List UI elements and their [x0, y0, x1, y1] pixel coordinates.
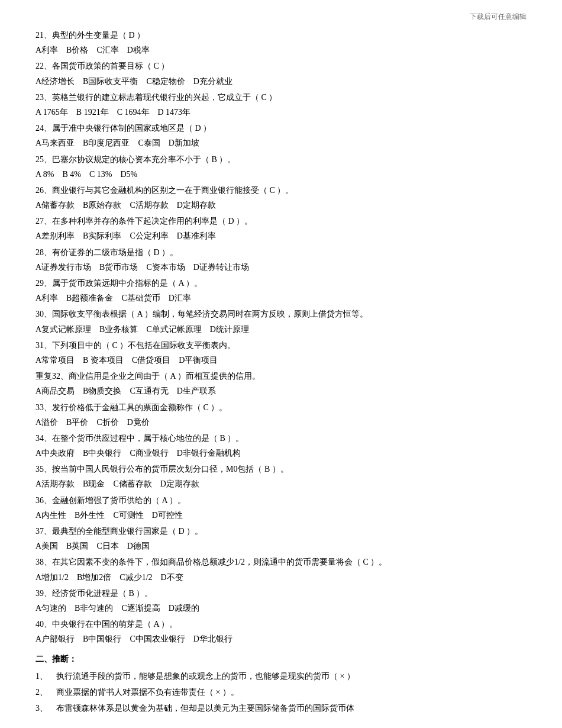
options-line: A常常项目 B 资本项目 C借贷项目 D平衡项目 — [35, 353, 527, 368]
options-line: A商品交易 B物质交换 C互通有无 D生产联系 — [35, 384, 527, 398]
options-line: A溢价 B平价 C折价 D竟价 — [35, 415, 527, 430]
options-line: A匀速的 B非匀速的 C逐渐提高 D减缓的 — [35, 601, 527, 616]
question-line: 36、金融创新增强了货币供给的（ A ）。 — [35, 493, 527, 508]
options-line: A美国 B英国 C日本 D德国 — [35, 539, 527, 553]
question-block: 31、下列项目中的（ C ）不包括在国际收支平衡表内。A常常项目 B 资本项目 … — [35, 338, 527, 368]
judgment-line: 3、 布雷顿森林体系是以黄金为基础，但却是以美元为主要国际储备货币的国际货币体 — [35, 701, 527, 716]
options-line: A利率 B价格 C汇率 D税率 — [35, 43, 527, 57]
question-block: 35、按当前中国人民银行公布的货币层次划分口径，M0包括（ B ）。A活期存款 … — [35, 462, 527, 491]
judgment-block: 2、 商业票据的背书人对票据不负有连带责任（ × ）。 — [35, 685, 527, 700]
question-line: 28、有价证券的二级市场是指（ D ）。 — [35, 245, 527, 260]
options-line: A马来西亚 B印度尼西亚 C泰国 D新加坡 — [35, 136, 527, 150]
questions-container: 21、典型的外生变量是（ D ）A利率 B价格 C汇率 D税率22、各国货币政策… — [35, 28, 527, 647]
options-line: A储蓄存款 B原始存款 C活期存款 D定期存款 — [35, 198, 527, 212]
question-block: 33、发行价格低于金融工具的票面金额称作（ C ）。A溢价 B平价 C折价 D竟… — [35, 400, 527, 430]
question-line: 23、英格兰银行的建立标志着现代银行业的兴起，它成立于（ C ） — [35, 90, 527, 105]
question-line: 27、在多种利率并存的条件下起决定作用的利率是（ D ）。 — [35, 214, 527, 228]
question-block: 26、商业银行与其它金融机构的区别之一在于商业银行能接受（ C ）。A储蓄存款 … — [35, 183, 527, 212]
question-block: 21、典型的外生变量是（ D ）A利率 B价格 C汇率 D税率 — [35, 28, 527, 57]
judgment-line: 2、 商业票据的背书人对票据不负有连带责任（ × ）。 — [35, 685, 527, 700]
question-line: 24、属于准中央银行体制的国家或地区是（ D ） — [35, 121, 527, 136]
watermark-text: 下载后可任意编辑 — [35, 12, 527, 22]
question-line: 33、发行价格低于金融工具的票面金额称作（ C ）。 — [35, 400, 527, 415]
question-block: 24、属于准中央银行体制的国家或地区是（ D ）A马来西亚 B印度尼西亚 C泰国… — [35, 121, 527, 150]
question-line: 26、商业银行与其它金融机构的区别之一在于商业银行能接受（ C ）。 — [35, 183, 527, 198]
judgment-line: 1、 执行流通手段的货币，能够是想象的或观念上的货币，也能够是现实的货币（ × … — [35, 669, 527, 684]
options-line: A经济增长 B国际收支平衡 C稳定物价 D充分就业 — [35, 74, 527, 89]
question-block: 40、中央银行在中国的萌芽是（ A ）。A户部银行 B中国银行 C中国农业银行 … — [35, 617, 527, 646]
question-block: 38、在其它因素不变的条件下，假如商品价格总额减少1/2，则流通中的货币需要量将… — [35, 555, 527, 584]
judgments-container: 1、 执行流通手段的货币，能够是想象的或观念上的货币，也能够是现实的货币（ × … — [35, 669, 527, 716]
question-line: 39、经济货币化进程是（ B ）。 — [35, 586, 527, 601]
section-two-title: 二、推断： — [35, 652, 527, 666]
question-line: 重复32、商业信用是企业之间由于（ A ）而相互提供的信用。 — [35, 369, 527, 384]
question-line: 38、在其它因素不变的条件下，假如商品价格总额减少1/2，则流通中的货币需要量将… — [35, 555, 527, 569]
options-line: A户部银行 B中国银行 C中国农业银行 D华北银行 — [35, 632, 527, 646]
judgment-block: 1、 执行流通手段的货币，能够是想象的或观念上的货币，也能够是现实的货币（ × … — [35, 669, 527, 684]
options-line: A 8% B 4% C 13% D5% — [35, 167, 527, 182]
question-block: 27、在多种利率并存的条件下起决定作用的利率是（ D ）。A差别利率 B实际利率… — [35, 214, 527, 243]
content-area: 21、典型的外生变量是（ D ）A利率 B价格 C汇率 D税率22、各国货币政策… — [35, 28, 527, 716]
options-line: A差别利率 B实际利率 C公定利率 D基准利率 — [35, 228, 527, 243]
question-line: 30、国际收支平衡表根据（ A ）编制，每笔经济交易同时在两方反映，原则上借贷方… — [35, 307, 527, 321]
question-block: 28、有价证券的二级市场是指（ D ）。A证券发行市场 B货币市场 C资本市场 … — [35, 245, 527, 275]
question-line: 21、典型的外生变量是（ D ） — [35, 28, 527, 43]
options-line: A内生性 B外生性 C可测性 D可控性 — [35, 508, 527, 523]
question-line: 25、巴塞尔协议规定的核心资本充分率不小于（ B ）。 — [35, 152, 527, 167]
options-line: A 1765年 B 1921年 C 1694年 D 1473年 — [35, 105, 527, 120]
question-block: 34、在整个货币供应过程中，属于核心地位的是（ B ）。A中央政府 B中央银行 … — [35, 431, 527, 460]
options-line: A增加1/2 B增加2倍 C减少1/2 D不变 — [35, 570, 527, 585]
question-block: 22、各国货币政策的首要目标（ C ）A经济增长 B国际收支平衡 C稳定物价 D… — [35, 59, 527, 88]
question-line: 31、下列项目中的（ C ）不包括在国际收支平衡表内。 — [35, 338, 527, 353]
question-line: 29、属于货币政策远期中介指标的是（ A ）。 — [35, 276, 527, 291]
options-line: A利率 B超额准备金 C基础货币 D汇率 — [35, 291, 527, 305]
options-line: A复式记帐原理 B业务核算 C单式记帐原理 D统计原理 — [35, 322, 527, 337]
question-block: 39、经济货币化进程是（ B ）。A匀速的 B非匀速的 C逐渐提高 D减缓的 — [35, 586, 527, 616]
question-line: 35、按当前中国人民银行公布的货币层次划分口径，M0包括（ B ）。 — [35, 462, 527, 476]
options-line: A证券发行市场 B货币市场 C资本市场 D证券转让市场 — [35, 260, 527, 275]
question-line: 37、最典型的全能型商业银行国家是（ D ）。 — [35, 524, 527, 539]
question-line: 22、各国货币政策的首要目标（ C ） — [35, 59, 527, 73]
question-block: 重复32、商业信用是企业之间由于（ A ）而相互提供的信用。A商品交易 B物质交… — [35, 369, 527, 398]
question-block: 37、最典型的全能型商业银行国家是（ D ）。A美国 B英国 C日本 D德国 — [35, 524, 527, 553]
question-block: 25、巴塞尔协议规定的核心资本充分率不小于（ B ）。A 8% B 4% C 1… — [35, 152, 527, 182]
options-line: A活期存款 B现金 C储蓄存款 D定期存款 — [35, 476, 527, 491]
options-line: A中央政府 B中央银行 C商业银行 D非银行金融机构 — [35, 446, 527, 460]
question-line: 34、在整个货币供应过程中，属于核心地位的是（ B ）。 — [35, 431, 527, 446]
question-block: 36、金融创新增强了货币供给的（ A ）。A内生性 B外生性 C可测性 D可控性 — [35, 493, 527, 523]
question-line: 40、中央银行在中国的萌芽是（ A ）。 — [35, 617, 527, 632]
question-block: 30、国际收支平衡表根据（ A ）编制，每笔经济交易同时在两方反映，原则上借贷方… — [35, 307, 527, 336]
question-block: 23、英格兰银行的建立标志着现代银行业的兴起，它成立于（ C ）A 1765年 … — [35, 90, 527, 120]
judgment-block: 3、 布雷顿森林体系是以黄金为基础，但却是以美元为主要国际储备货币的国际货币体 — [35, 701, 527, 716]
question-block: 29、属于货币政策远期中介指标的是（ A ）。A利率 B超额准备金 C基础货币 … — [35, 276, 527, 305]
